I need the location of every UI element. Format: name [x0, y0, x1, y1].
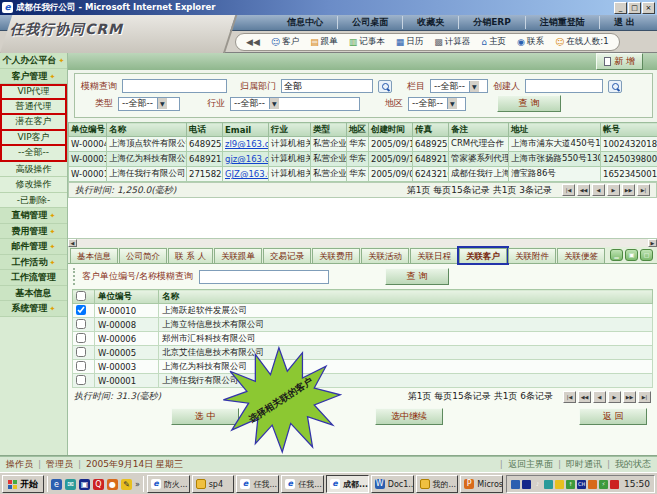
- select-continue-button[interactable]: 选中继续: [375, 408, 443, 425]
- quicklaunch-icon[interactable]: ▣: [79, 479, 90, 490]
- region-select[interactable]: --全部--: [408, 97, 466, 111]
- quicklaunch-icon[interactable]: Q: [93, 479, 104, 490]
- pager-button[interactable]: ▶|: [637, 184, 650, 196]
- sidebar-item[interactable]: --全部--: [0, 146, 67, 162]
- top-menu-item[interactable]: 信息中心: [273, 16, 338, 29]
- sidebar-item[interactable]: 修改操作: [0, 177, 67, 193]
- tray-icon[interactable]: [511, 480, 520, 489]
- scroll-left-icon[interactable]: ◀: [68, 239, 77, 247]
- table-row[interactable]: W-00004 上海顶点软件有限公司 64892525 zl9@163.com …: [69, 137, 657, 152]
- taskbar-window-button[interactable]: e 任我...: [281, 475, 324, 493]
- sidebar-item[interactable]: 系统管理✦: [0, 301, 67, 317]
- tray-icon[interactable]: [522, 480, 531, 489]
- return-button[interactable]: 返 回: [579, 408, 647, 425]
- taskbar-window-button[interactable]: e 防火...: [147, 475, 190, 493]
- toolbar-button[interactable]: ▥ 记事本: [349, 36, 385, 48]
- detail-tab[interactable]: 基本信息: [70, 248, 118, 263]
- detail-tab[interactable]: 交易记录: [263, 248, 311, 263]
- pager-button[interactable]: ▶▶: [622, 184, 635, 196]
- sidebar-item[interactable]: 潜在客户: [0, 115, 67, 131]
- status-link[interactable]: 我的状态: [602, 458, 651, 471]
- row-checkbox[interactable]: [76, 361, 86, 371]
- search-button[interactable]: 查 询: [497, 95, 561, 112]
- detail-tab[interactable]: 关联费用: [312, 248, 360, 263]
- sidebar-item[interactable]: 邮件管理✦: [0, 239, 67, 255]
- pager-button[interactable]: ◀: [593, 391, 606, 403]
- detail-tab[interactable]: 关联跟单: [214, 248, 262, 263]
- detail-tab[interactable]: 公司简介: [119, 248, 167, 263]
- pager-button[interactable]: |◀: [562, 184, 575, 196]
- sidebar-item[interactable]: 基本信息: [0, 286, 67, 302]
- select-button[interactable]: 选 中: [171, 408, 239, 425]
- industry-select[interactable]: --全部--: [230, 97, 360, 111]
- tray-icon[interactable]: [544, 480, 553, 489]
- row-checkbox[interactable]: [76, 319, 86, 329]
- cell-email-link[interactable]: gjz@163.com: [223, 152, 269, 167]
- quicklaunch-icon[interactable]: ●: [107, 479, 118, 490]
- dept-search-icon[interactable]: [378, 80, 392, 93]
- tray-icon[interactable]: ♪: [533, 480, 542, 489]
- panel-window-button[interactable]: ▢: [640, 249, 653, 261]
- detail-search-button[interactable]: 查 询: [385, 268, 449, 285]
- quicklaunch-icon[interactable]: ✎: [121, 479, 132, 490]
- quicklaunch-icon[interactable]: ✉: [65, 479, 76, 490]
- pager-button[interactable]: ◀◀: [577, 184, 590, 196]
- row-checkbox[interactable]: [76, 305, 86, 315]
- sidebar-item[interactable]: 高级操作: [0, 162, 67, 178]
- tray-icon[interactable]: CH: [577, 480, 586, 489]
- toolbar-button[interactable]: ▤ 跟单: [310, 36, 338, 48]
- start-button[interactable]: 开始: [2, 475, 44, 493]
- cell-email-link[interactable]: GJZ@163.COM: [223, 167, 269, 182]
- sidebar-item[interactable]: -已删除-: [0, 193, 67, 209]
- row-checkbox[interactable]: [76, 347, 86, 357]
- sidebar-item[interactable]: 客户管理✦: [0, 69, 67, 85]
- top-menu-item[interactable]: 公司桌面: [338, 16, 403, 29]
- pager-button[interactable]: ◀: [592, 184, 605, 196]
- related-customer-row[interactable]: W-00006 郑州市汇科科技有限公司: [73, 332, 653, 346]
- related-customer-row[interactable]: W-00001 上海任我行有限公司: [73, 374, 653, 388]
- toolbar-button[interactable]: ◉ 联系: [517, 36, 544, 48]
- new-button[interactable]: 新 增: [596, 53, 643, 70]
- sidebar-item[interactable]: 直销管理✦: [0, 208, 67, 224]
- cell-email-link[interactable]: zl9@163.com: [223, 137, 269, 152]
- top-menu-item[interactable]: 退 出: [600, 16, 649, 29]
- top-menu-item[interactable]: 收藏夹: [403, 16, 459, 29]
- tray-icon[interactable]: [610, 480, 619, 489]
- detail-tab[interactable]: 关联活动: [361, 248, 409, 263]
- horizontal-scrollbar[interactable]: ◀ ▶: [68, 239, 657, 247]
- maximize-button[interactable]: □: [628, 2, 641, 14]
- row-checkbox[interactable]: [76, 375, 86, 385]
- close-button[interactable]: ×: [642, 2, 655, 14]
- sidebar-item[interactable]: VIP代理: [0, 84, 67, 100]
- type-select[interactable]: --全部--: [118, 97, 180, 111]
- related-customer-row[interactable]: W-00003 上海亿为科技有限公司: [73, 360, 653, 374]
- creator-search-icon[interactable]: [608, 80, 622, 93]
- minimize-button[interactable]: _: [614, 2, 627, 14]
- toolbar-button[interactable]: ▦ 日历: [396, 36, 424, 48]
- pager-button[interactable]: |◀: [563, 391, 576, 403]
- panel-window-button[interactable]: ▣: [625, 249, 638, 261]
- toolbar-button[interactable]: ☺ 客户: [271, 36, 299, 48]
- creator-input[interactable]: [525, 79, 603, 93]
- taskbar-window-button[interactable]: W Doc1....: [371, 475, 414, 493]
- pager-button[interactable]: ▶: [607, 184, 620, 196]
- status-link[interactable]: 即时通讯: [553, 458, 602, 471]
- toolbar-button[interactable]: ☺ 在线人数:1: [555, 36, 609, 48]
- detail-tab[interactable]: 关联便签: [557, 248, 605, 263]
- quicklaunch-overflow-icon[interactable]: »: [135, 480, 140, 489]
- sidebar-item[interactable]: 工作活动✦: [0, 255, 67, 271]
- taskbar-window-button[interactable]: P Micros...: [460, 475, 503, 493]
- dept-input[interactable]: [281, 79, 373, 93]
- tray-icon[interactable]: [588, 480, 597, 489]
- pager-button[interactable]: ▶: [608, 391, 621, 403]
- related-customer-row[interactable]: W-00005 北京艾佳信息技术有限公司: [73, 346, 653, 360]
- sidebar-item[interactable]: 普通代理: [0, 100, 67, 116]
- table-row[interactable]: W-00003 上海亿为科技有限公司 64892132 gjz@163.com …: [69, 152, 657, 167]
- sidebar-item[interactable]: 费用管理✦: [0, 224, 67, 240]
- detail-tab[interactable]: 联 系 人: [168, 248, 213, 263]
- sidebar-item[interactable]: 工作流管理: [0, 270, 67, 286]
- detail-tab[interactable]: 关联日程: [410, 248, 458, 263]
- tray-icon[interactable]: ⚡: [599, 480, 608, 489]
- fuzzy-search-input[interactable]: [122, 79, 227, 93]
- related-customer-row[interactable]: W-00008 上海立特信息技术有限公司: [73, 318, 653, 332]
